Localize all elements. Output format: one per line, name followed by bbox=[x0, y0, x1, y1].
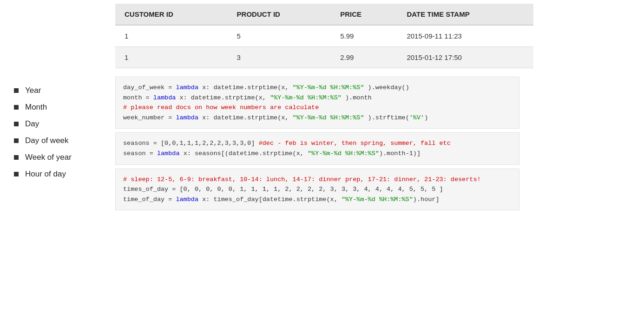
feature-list: YearMonthDayDay of weekWeek of yearHour … bbox=[14, 86, 106, 179]
code-token-plain: x: datetime.strptime(x, bbox=[176, 94, 270, 101]
table-cell-r0-c3: 2015-09-11 11:23 bbox=[397, 25, 533, 47]
code-token-str: "%Y-%m-%d %H:%M:%S" bbox=[308, 150, 379, 157]
code-token-plain: x: times_of_day[datetime.strptime(x, bbox=[198, 196, 342, 203]
table-header-row: CUSTOMER IDPRODUCT IDPRICEDATE TIME STAM… bbox=[115, 4, 533, 25]
code-line: time_of_day = lambda x: times_of_day[dat… bbox=[123, 195, 512, 205]
code-token-str: "%Y-%m-%d %H:%M:%S" bbox=[293, 114, 364, 121]
bullet-icon bbox=[14, 105, 19, 110]
code-line: times_of_day = [0, 0, 0, 0, 0, 1, 1, 1, … bbox=[123, 184, 512, 195]
code-line: # sleep: 12-5, 6-9: breakfast, 10-14: lu… bbox=[123, 175, 512, 185]
bullet-icon bbox=[14, 122, 19, 126]
main-container: CUSTOMER IDPRODUCT IDPRICEDATE TIME STAM… bbox=[0, 0, 644, 223]
code-line: # please read docs on how week numbers a… bbox=[123, 103, 512, 113]
table-cell-r0-c1: 5 bbox=[228, 25, 331, 47]
table-cell-r1-c2: 2.99 bbox=[331, 47, 397, 68]
table-header-customer-id: CUSTOMER ID bbox=[115, 4, 228, 25]
table-cell-r1-c1: 3 bbox=[228, 47, 331, 68]
table-header-price: PRICE bbox=[331, 4, 397, 25]
table-cell-r0-c0: 1 bbox=[115, 25, 228, 47]
code-token-plain: day_of_week = bbox=[123, 84, 176, 91]
table-wrapper: CUSTOMER IDPRODUCT IDPRICEDATE TIME STAM… bbox=[115, 4, 644, 68]
code-line: month = lambda x: datetime.strptime(x, "… bbox=[123, 93, 512, 103]
code-line: week_number = lambda x: datetime.strptim… bbox=[123, 113, 512, 123]
code-token-plain: ).weekday() bbox=[364, 84, 409, 91]
bullet-icon bbox=[14, 155, 19, 160]
table-cell-r1-c3: 2015-01-12 17:50 bbox=[397, 47, 533, 68]
code-block-datetime: day_of_week = lambda x: datetime.strptim… bbox=[115, 77, 519, 129]
code-token-plain: week_number = bbox=[123, 114, 176, 121]
code-token-str: '%V' bbox=[409, 114, 424, 121]
code-token-plain: month = bbox=[123, 94, 153, 101]
code-token-plain: ).hour] bbox=[413, 196, 440, 203]
table-header-date-time-stamp: DATE TIME STAMP bbox=[397, 4, 533, 25]
code-token-plain: x: datetime.strptime(x, bbox=[198, 114, 293, 121]
code-token-kw: lambda bbox=[176, 114, 198, 121]
code-token-kw: lambda bbox=[176, 84, 198, 91]
data-table: CUSTOMER IDPRODUCT IDPRICEDATE TIME STAM… bbox=[115, 4, 533, 68]
list-item: Week of year bbox=[14, 153, 106, 162]
list-item: Year bbox=[14, 86, 106, 95]
code-line: day_of_week = lambda x: datetime.strptim… bbox=[123, 83, 512, 93]
code-token-kw: lambda bbox=[157, 150, 180, 157]
list-item-label: Day bbox=[25, 119, 39, 129]
table-cell-r0-c2: 5.99 bbox=[331, 25, 397, 47]
code-token-str: "%Y-%m-%d %H:%M:%S" bbox=[342, 196, 413, 203]
code-token-kw: lambda bbox=[176, 196, 198, 203]
table-row: 155.992015-09-11 11:23 bbox=[115, 25, 533, 47]
code-token-plain: seasons = [0,0,1,1,1,2,2,2,3,3,3,0] bbox=[123, 140, 259, 147]
code-token-plain: ) bbox=[424, 114, 428, 121]
list-item-label: Week of year bbox=[25, 153, 72, 162]
code-token-plain: x: seasons[(datetime.strptime(x, bbox=[180, 150, 308, 157]
code-token-str: "%Y-%m-%d %H:%M:%S" bbox=[293, 84, 364, 91]
table-row: 132.992015-01-12 17:50 bbox=[115, 47, 533, 68]
code-line: seasons = [0,0,1,1,1,2,2,2,3,3,3,0] #dec… bbox=[123, 138, 512, 149]
code-token-plain: time_of_day = bbox=[123, 196, 176, 203]
code-token-comment: # sleep: 12-5, 6-9: breakfast, 10-14: lu… bbox=[123, 176, 481, 183]
bullet-icon bbox=[14, 88, 19, 93]
code-token-plain: ).month-1)] bbox=[379, 150, 421, 157]
list-item-label: Year bbox=[25, 86, 41, 95]
list-item: Day bbox=[14, 119, 106, 129]
table-header-product-id: PRODUCT ID bbox=[228, 4, 331, 25]
table-cell-r1-c0: 1 bbox=[115, 47, 228, 68]
bullet-icon bbox=[14, 138, 19, 143]
bullet-icon bbox=[14, 172, 19, 176]
bullet-list: YearMonthDayDay of weekWeek of yearHour … bbox=[0, 77, 115, 196]
code-token-comment: # please read docs on how week numbers a… bbox=[123, 104, 319, 111]
code-block-times: # sleep: 12-5, 6-9: breakfast, 10-14: lu… bbox=[115, 169, 519, 211]
list-item: Month bbox=[14, 103, 106, 112]
list-item: Day of week bbox=[14, 136, 106, 145]
code-line: season = lambda x: seasons[(datetime.str… bbox=[123, 149, 512, 159]
code-token-plain: season = bbox=[123, 150, 157, 157]
code-token-plain: ).month bbox=[342, 94, 372, 101]
code-token-kw: lambda bbox=[153, 94, 176, 101]
list-item-label: Month bbox=[25, 103, 47, 112]
content-section: YearMonthDayDay of weekWeek of yearHour … bbox=[0, 77, 644, 214]
list-item-label: Hour of day bbox=[25, 170, 66, 179]
code-token-comment: #dec - feb is winter, then spring, summe… bbox=[259, 140, 451, 147]
list-item: Hour of day bbox=[14, 170, 106, 179]
list-item-label: Day of week bbox=[25, 136, 69, 145]
code-token-plain: times_of_day = [0, 0, 0, 0, 0, 1, 1, 1, … bbox=[123, 186, 443, 193]
code-token-plain: x: datetime.strptime(x, bbox=[198, 84, 293, 91]
code-token-plain: ).strftime( bbox=[364, 114, 409, 121]
code-block-seasons: seasons = [0,0,1,1,1,2,2,2,3,3,3,0] #dec… bbox=[115, 132, 519, 164]
code-token-str: "%Y-%m-%d %H:%M:%S" bbox=[270, 94, 342, 101]
code-blocks-container: day_of_week = lambda x: datetime.strptim… bbox=[115, 77, 644, 214]
